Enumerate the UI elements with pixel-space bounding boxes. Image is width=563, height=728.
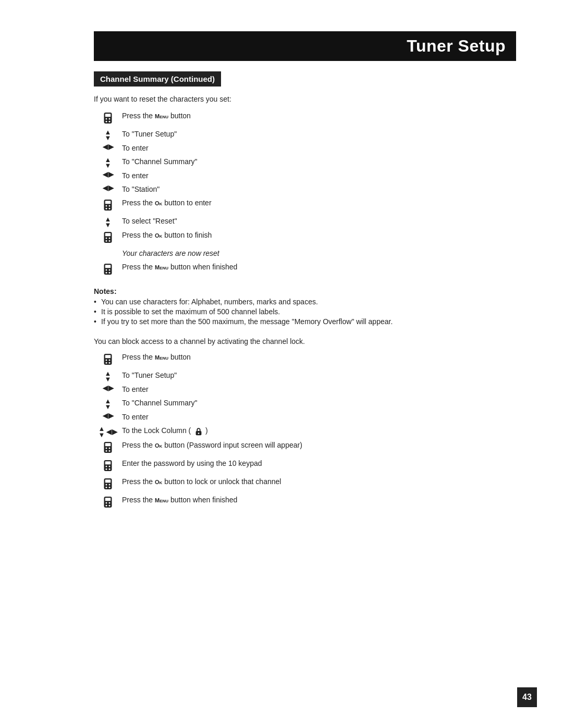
step-4: ▲ ▼ To "Channel Summary" [94,156,516,168]
svg-point-36 [106,450,107,451]
svg-point-14 [106,238,107,239]
lock-step-8-text: Enter the password by using the 10 keypa… [122,458,516,469]
step-8-text: To select "Reset" [122,216,516,227]
lock-step-9-text: Press the Ok button to lock or unlock th… [122,476,516,487]
lock-step-1-text: Press the Menu button [122,352,516,363]
svg-point-46 [106,484,107,485]
reset-intro: If you want to reset the characters you … [94,95,516,103]
lock-step-2: ▲ ▼ To "Tuner Setup" [94,370,516,382]
step-5-text: To enter [122,170,516,181]
note-3: If you try to set more than the 500 maxi… [94,317,516,326]
lock-step-2-text: To "Tuner Setup" [122,370,516,381]
reset-steps: Press the Menu button ▲ ▼ To "Tuner Setu… [94,110,516,278]
lock-arrow-lr-2: ◀ ▶ [94,412,122,419]
lock-step-3: ◀ ▶ To enter [94,384,516,396]
step-9: Press the Ok button to finish [94,230,516,246]
svg-point-37 [109,450,111,451]
arrow-lr-icon-2: ◀ ▶ [94,170,122,178]
lock-step-9: Press the Ok button to lock or unlock th… [94,476,516,492]
page-container: Tuner Setup Channel Summary (Continued) … [0,0,563,728]
svg-point-5 [109,121,111,122]
hand-icon-4 [94,262,122,278]
svg-point-54 [106,504,107,506]
step-10-spacer [94,248,122,249]
svg-point-22 [106,272,107,274]
lock-hand-icon-1 [94,352,122,368]
svg-point-10 [106,208,107,209]
step-3-text: To enter [122,143,516,154]
lock-step-5: ◀ ▶ To enter [94,412,516,423]
svg-point-9 [109,205,111,207]
step-6: ◀ ▶ To "Station" [94,184,516,195]
lock-step-10-text: Press the Menu button when finished [122,495,516,505]
step-7-text: Press the Ok button to enter [122,198,516,208]
hand-icon-3 [94,230,122,246]
lock-intro: You can block access to a channel by act… [94,337,516,346]
svg-point-8 [106,205,107,207]
note-2: It is possible to set the maximum of 500… [94,307,516,316]
svg-rect-1 [105,114,111,117]
svg-point-53 [109,502,111,503]
notes-title: Notes: [94,287,516,295]
svg-point-41 [109,465,111,467]
svg-point-16 [106,240,107,242]
svg-rect-7 [105,201,111,204]
step-4-text: To "Channel Summary" [122,156,516,167]
lock-step-7-text: Press the Ok button (Password input scre… [122,440,516,451]
step-10-text: Your characters are now reset [122,248,516,259]
arrow-ud-icon-2: ▲ ▼ [94,156,122,168]
lock-step-5-text: To enter [122,412,516,423]
svg-point-43 [109,468,111,470]
svg-point-17 [109,240,111,242]
step-6-text: To "Station" [122,184,516,195]
page-title: Tuner Setup [94,31,516,61]
hand-icon-1 [94,110,122,127]
svg-point-40 [106,465,107,467]
svg-point-47 [109,484,111,485]
lock-step-3-text: To enter [122,384,516,395]
svg-point-21 [109,269,111,271]
arrow-lr-icon-3: ◀ ▶ [94,184,122,191]
arrow-ud-icon-1: ▲ ▼ [94,129,122,141]
lock-arrow-ud-1: ▲ ▼ [94,370,122,382]
note-1: You can use characters for: Alphabet, nu… [94,298,516,306]
svg-point-2 [106,118,107,120]
svg-point-20 [106,269,107,271]
svg-point-55 [109,504,111,506]
svg-point-4 [106,121,107,122]
page-number: 43 [517,687,537,707]
step-3: ◀ ▶ To enter [94,143,516,154]
step-10: Your characters are now reset [94,248,516,260]
lock-section: You can block access to a channel by act… [94,337,516,510]
step-9-text: Press the Ok button to finish [122,230,516,241]
svg-rect-19 [105,265,111,268]
lock-steps: Press the Menu button ▲ ▼ To "Tuner Setu… [94,352,516,510]
step-11: Press the Menu button when finished [94,262,516,278]
svg-point-23 [109,272,111,274]
step-1-text: Press the Menu button [122,110,516,121]
hand-icon-2 [94,198,122,214]
svg-point-3 [109,118,111,120]
arrow-ud-icon-3: ▲ ▼ [94,216,122,228]
svg-rect-39 [105,461,111,464]
svg-point-48 [106,486,107,488]
svg-rect-13 [105,233,111,237]
svg-point-29 [109,362,111,364]
step-8: ▲ ▼ To select "Reset" [94,216,516,228]
step-11-text: Press the Menu button when finished [122,262,516,273]
lock-arrow-ud-2: ▲ ▼ [94,398,122,410]
lock-hand-icon-2 [94,440,122,456]
step-7: Press the Ok button to enter [94,198,516,214]
step-2-text: To "Tuner Setup" [122,129,516,140]
lock-step-8: Enter the password by using the 10 keypa… [94,458,516,474]
svg-point-42 [106,468,107,470]
lock-step-4: ▲ ▼ To "Channel Summary" [94,398,516,410]
lock-hand-icon-5 [94,495,122,511]
svg-rect-45 [105,479,111,483]
svg-point-31 [198,433,200,434]
svg-point-34 [106,447,107,449]
svg-point-28 [106,362,107,364]
svg-point-35 [109,447,111,449]
lock-step-1: Press the Menu button [94,352,516,368]
lock-hand-icon-3 [94,458,122,474]
